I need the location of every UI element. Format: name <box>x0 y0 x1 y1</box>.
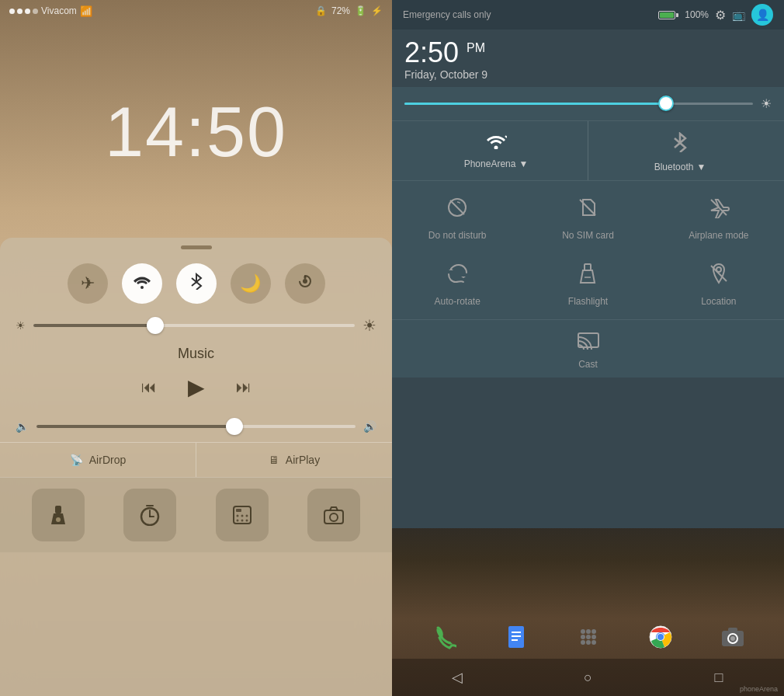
ios-app-camera[interactable] <box>307 489 360 541</box>
android-date-display: Friday, October 9 <box>404 68 772 81</box>
android-battery-tip <box>676 13 678 17</box>
android-toggles-grid: Do not disturb No SIM card <box>392 180 784 319</box>
ios-dnd-toggle[interactable]: 🌙 <box>231 263 271 304</box>
android-status-right: 100% ⚙ 📺 👤 <box>658 4 773 26</box>
ios-wifi-toggle[interactable] <box>122 263 162 304</box>
android-user-avatar[interactable]: 👤 <box>751 4 773 26</box>
android-airplane-icon <box>708 197 730 224</box>
android-time-display: 2:50 PM <box>404 39 772 67</box>
ios-brightness-track[interactable] <box>33 324 355 327</box>
svg-point-39 <box>586 629 591 634</box>
ios-bottom-apps <box>0 477 392 552</box>
android-nosim-label: No SIM card <box>562 230 614 241</box>
ios-airplay-button[interactable]: 🖥 AirPlay <box>196 443 392 477</box>
android-dock-docs[interactable] <box>496 617 536 657</box>
ios-lockscreen: 14:50 <box>0 0 392 241</box>
android-location-icon <box>708 263 730 290</box>
ios-airdrop-button[interactable]: 📡 AirDrop <box>0 443 196 477</box>
svg-point-41 <box>581 635 585 639</box>
android-dock-chrome[interactable] <box>640 617 681 657</box>
svg-point-53 <box>730 636 735 641</box>
android-status-bar: Emergency calls only 100% ⚙ 📺 👤 <box>392 0 784 30</box>
android-settings-icon[interactable]: ⚙ <box>715 8 726 23</box>
ios-airplane-toggle[interactable]: ✈ <box>68 263 108 304</box>
svg-rect-4 <box>55 506 61 513</box>
ios-brightness-thumb <box>147 317 164 334</box>
svg-point-40 <box>591 629 596 634</box>
android-autorotate-toggle[interactable]: Auto-rotate <box>392 250 522 316</box>
svg-point-18 <box>245 520 248 522</box>
ios-airplay-label: AirPlay <box>286 454 320 466</box>
ios-music-section: Music ⏮ ▶ ⏭ <box>0 338 392 420</box>
android-flashlight-toggle[interactable]: Flashlight <box>522 250 653 316</box>
ios-rotation-toggle[interactable] <box>285 263 325 304</box>
android-bluetooth-dropdown[interactable]: ▼ <box>696 162 706 172</box>
android-nav-home[interactable]: ○ <box>574 663 602 691</box>
android-battery-pct: 100% <box>685 9 709 20</box>
android-airplane-toggle[interactable]: Airplane mode <box>654 184 784 250</box>
android-bluetooth-icon <box>673 132 687 157</box>
ios-volume-max-icon: 🔊 <box>363 420 376 433</box>
ios-volume-track[interactable] <box>36 425 356 428</box>
svg-point-17 <box>241 520 243 522</box>
ios-toggle-row: ✈ <box>0 254 392 313</box>
android-wifi-name: PhoneArena <box>464 158 516 169</box>
ios-volume-fill <box>36 425 234 428</box>
android-dock-camera[interactable] <box>713 617 753 657</box>
ios-app-flashlight[interactable] <box>32 489 85 541</box>
ios-music-title: Music <box>16 346 376 362</box>
svg-rect-12 <box>236 509 241 512</box>
android-wifi-item[interactable]: PhoneArena ▼ <box>404 121 588 180</box>
svg-point-13 <box>236 515 238 517</box>
android-wifi-label: PhoneArena ▼ <box>464 158 529 169</box>
android-bluetooth-item[interactable]: Bluetooth ▼ <box>588 121 772 180</box>
android-home-icon: ○ <box>584 670 592 686</box>
android-flashlight-icon <box>577 263 598 290</box>
android-nav-recents[interactable]: □ <box>705 663 733 691</box>
svg-rect-28 <box>585 264 591 270</box>
android-cast-item[interactable]: Cast <box>578 331 599 370</box>
svg-point-21 <box>494 146 498 150</box>
android-dnd-toggle[interactable]: Do not disturb <box>392 184 522 250</box>
svg-point-46 <box>591 640 596 645</box>
svg-point-43 <box>591 635 596 639</box>
ios-airplane-icon: ✈ <box>81 273 95 294</box>
ios-airdrop-label: AirDrop <box>89 454 126 466</box>
android-dnd-label: Do not disturb <box>428 230 487 241</box>
svg-point-15 <box>245 515 248 517</box>
android-time-ampm: PM <box>467 41 485 54</box>
android-nav-bar: ◁ ○ □ phoneArena <box>392 659 784 696</box>
ios-prev-button[interactable]: ⏮ <box>141 378 157 396</box>
svg-point-20 <box>330 513 338 521</box>
android-time-section: 2:50 PM Friday, October 9 <box>392 30 784 87</box>
ios-panel: Vivacom 📶 🔒 72% 🔋 ⚡ 14:50 ✈ <box>0 0 392 696</box>
android-brightness-track[interactable] <box>404 103 753 105</box>
ios-brightness-max-icon: ☀ <box>363 316 376 335</box>
android-brightness-icon: ☀ <box>761 96 772 111</box>
svg-point-14 <box>241 515 243 517</box>
android-nav-back[interactable]: ◁ <box>443 663 471 691</box>
android-avatar-initial: 👤 <box>756 9 769 21</box>
android-dock-apps[interactable] <box>568 617 609 657</box>
ios-app-timer[interactable] <box>123 489 176 541</box>
android-wifi-dropdown[interactable]: ▼ <box>519 158 528 169</box>
svg-marker-26 <box>449 269 453 270</box>
android-time-value: 2:50 <box>404 37 459 68</box>
ios-control-center[interactable]: ✈ <box>0 238 392 696</box>
ios-bluetooth-toggle[interactable] <box>176 263 217 304</box>
ios-cc-handle[interactable] <box>0 238 392 254</box>
ios-play-button[interactable]: ▶ <box>188 374 205 400</box>
ios-brightness-fill <box>33 324 155 327</box>
ios-next-button[interactable]: ⏭ <box>236 378 252 396</box>
android-battery-fill <box>660 12 674 18</box>
svg-rect-54 <box>728 628 737 632</box>
android-dock-phone[interactable] <box>424 617 464 657</box>
svg-point-0 <box>140 286 144 289</box>
android-flashlight-label: Flashlight <box>568 296 608 307</box>
android-nosim-toggle[interactable]: No SIM card <box>522 184 653 250</box>
svg-point-42 <box>586 635 591 639</box>
android-location-toggle[interactable]: Location <box>654 250 784 316</box>
svg-point-50 <box>657 634 664 640</box>
ios-app-calculator[interactable] <box>216 489 269 541</box>
ios-music-controls: ⏮ ▶ ⏭ <box>16 374 376 400</box>
